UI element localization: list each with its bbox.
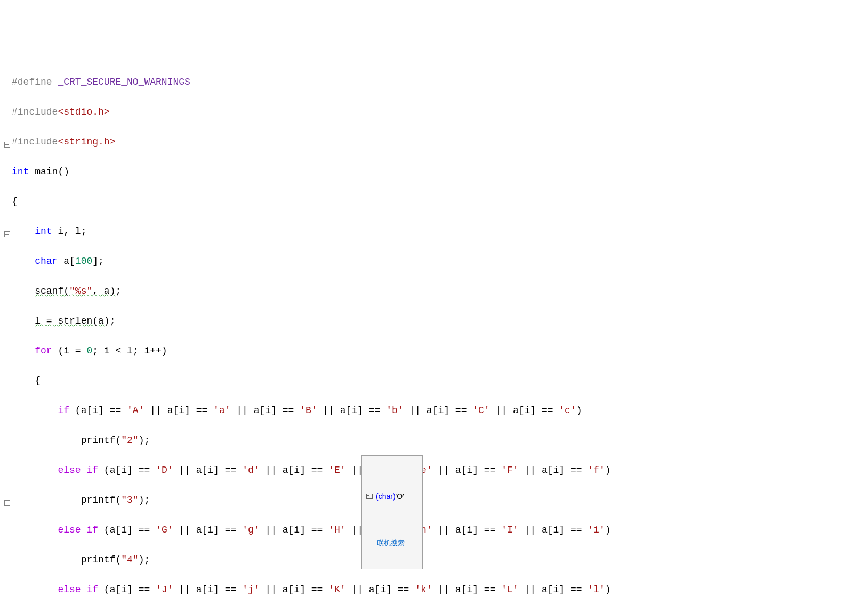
code-line: scanf("%s", a); <box>12 284 868 299</box>
tooltip-type-row: (char)'O' <box>366 488 418 505</box>
code-line: l = strlen(a); <box>12 313 868 328</box>
code-line: int main() <box>12 164 868 179</box>
code-line: { <box>12 373 868 388</box>
fold-gutter <box>0 60 11 596</box>
code-line: #include<string.h> <box>12 134 868 149</box>
fold-toggle-icon[interactable] <box>4 500 10 506</box>
online-search-link[interactable]: 联机搜索 <box>366 535 418 552</box>
code-line: for (i = 0; i < l; i++) <box>12 343 868 358</box>
code-line: printf("3"); <box>12 493 868 508</box>
code-area[interactable]: #define _CRT_SECURE_NO_WARNINGS #include… <box>11 60 868 596</box>
code-line: else if (a[i] == 'D' || a[i] == 'd' || a… <box>12 463 868 478</box>
code-line: { <box>12 194 868 209</box>
code-line: else if (a[i] == 'J' || a[i] == 'j' || a… <box>12 582 868 596</box>
tooltip-type-text: (char) <box>376 492 396 501</box>
tooltip-value-text: 'O' <box>396 492 404 501</box>
code-line: if (a[i] == 'A' || a[i] == 'a' || a[i] =… <box>12 403 868 418</box>
code-line: int i, l; <box>12 224 868 239</box>
code-line: #define _CRT_SECURE_NO_WARNINGS <box>12 75 868 90</box>
field-icon <box>366 494 373 499</box>
code-line: char a[100]; <box>12 254 868 269</box>
fold-toggle-icon[interactable] <box>4 231 10 237</box>
code-line: printf("2"); <box>12 433 868 448</box>
code-line: #include<stdio.h> <box>12 104 868 119</box>
code-line: printf("4"); <box>12 552 868 567</box>
code-editor[interactable]: #define _CRT_SECURE_NO_WARNINGS #include… <box>0 60 868 596</box>
fold-toggle-icon[interactable] <box>4 142 10 148</box>
hover-tooltip: (char)'O' 联机搜索 <box>361 455 423 569</box>
code-line: else if (a[i] == 'G' || a[i] == 'g' || a… <box>12 522 868 537</box>
